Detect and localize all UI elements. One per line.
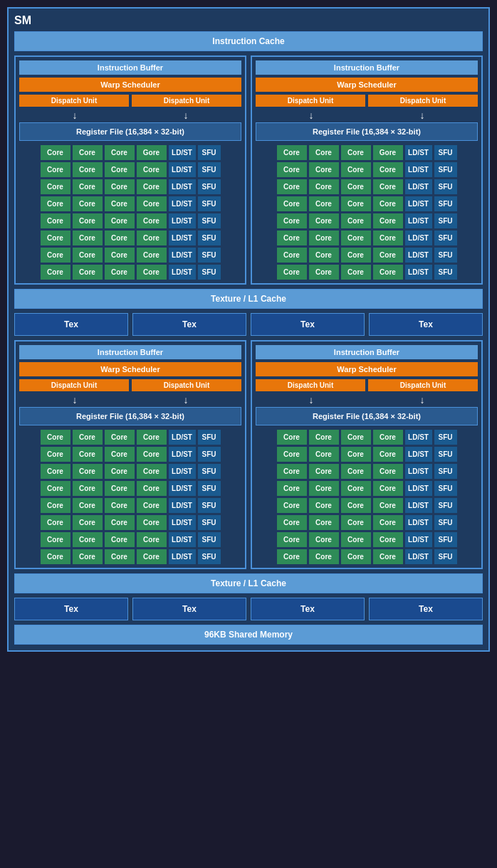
ldst-tr-4: LD/ST [405,196,432,211]
core-row-br-5: Core Core Core Core LD/ST SFU [256,498,478,513]
core-tr-8-4: Core [373,265,403,280]
sfu-tr-6: SFU [434,231,457,245]
core-tl-3-3: Core [105,179,135,194]
core-row-bl-4: Core Core Core Core LD/ST SFU [19,481,241,496]
core-tr-1-2: Core [309,145,339,160]
core-row-tr-6: Core Core Core Core LD/ST SFU [256,231,478,245]
ws-top-left: Warp Scheduler [19,78,241,92]
core-tr-7-1: Core [277,248,307,263]
core-tr-8-2: Core [309,265,339,280]
core-row-tl-7: Core Core Core Core LD/ST SFU [19,248,241,263]
core-br-1-2: Core [309,430,339,445]
ldst-tl-7: LD/ST [169,248,196,263]
core-bl-6-1: Core [41,515,70,530]
tex-bottom-1: Tex [14,598,128,620]
tex-top-3: Tex [251,313,365,336]
core-row-tr-2: Core Core Core Core LD/ST SFU [256,162,478,177]
arrows-tl: ↓ ↓ [19,110,241,121]
core-br-6-2: Core [309,515,339,530]
sfu-br-5: SFU [434,498,457,513]
core-bl-3-3: Core [105,464,135,479]
ldst-tr-7: LD/ST [405,248,432,263]
arrows-tr: ↓ ↓ [256,110,478,121]
core-bl-1-1: Core [41,430,70,445]
core-row-bl-8: Core Core Core Core LD/ST SFU [19,549,241,564]
arrow-tr-1: ↓ [256,110,367,121]
arrow-br-2: ↓ [367,394,478,406]
sfu-tl-6: SFU [198,231,221,245]
core-bl-8-1: Core [41,549,70,564]
ldst-br-7: LD/ST [405,532,432,547]
dispatch-unit-tr-1: Dispatch Unit [256,95,365,107]
core-tl-8-1: Core [41,265,70,280]
sfu-br-1: SFU [434,430,457,445]
core-bl-5-3: Core [105,498,135,513]
core-tr-2-1: Core [277,162,307,177]
cores-grid-bl: Core Core Core Core LD/ST SFU Core Core … [19,430,241,564]
core-tr-7-3: Core [341,248,371,263]
core-tl-3-2: Core [73,179,103,194]
core-br-2-3: Core [341,447,371,462]
core-br-5-1: Core [277,498,307,513]
core-bl-4-4: Core [137,481,167,496]
cores-grid-tr: Core Core Core Gore LD/ST SFU Core Core … [256,145,478,280]
core-row-br-8: Core Core Core Core LD/ST SFU [256,549,478,564]
core-br-4-2: Core [309,481,339,496]
sfu-tr-8: SFU [434,265,457,280]
core-tl-2-3: Core [105,162,135,177]
ws-top-right: Warp Scheduler [256,78,478,92]
core-row-tr-5: Core Core Core Core LD/ST SFU [256,213,478,228]
core-tr-5-4: Core [373,213,403,228]
sfu-tl-2: SFU [198,162,221,177]
ldst-tl-3: LD/ST [169,179,196,194]
core-br-2-4: Core [373,447,403,462]
dispatch-row-top-left: Dispatch Unit Dispatch Unit [19,95,241,107]
core-tr-7-2: Core [309,248,339,263]
core-tl-6-4: Core [137,231,167,245]
dispatch-unit-bl-1: Dispatch Unit [19,379,129,391]
sfu-br-6: SFU [434,515,457,530]
texture-cache-bottom: Texture / L1 Cache [14,573,483,593]
core-row-tr-3: Core Core Core Core LD/ST SFU [256,179,478,194]
reg-file-br: Register File (16,384 × 32-bit) [256,407,478,425]
core-bl-4-1: Core [41,481,70,496]
shared-memory: 96KB Shared Memory [14,625,483,645]
sfu-tl-3: SFU [198,179,221,194]
tex-bottom-3: Tex [251,598,365,620]
ldst-tl-8: LD/ST [169,265,196,280]
core-br-8-3: Core [341,549,371,564]
core-bl-7-3: Core [105,532,135,547]
core-br-3-2: Core [309,464,339,479]
core-row-tl-8: Core Core Core Core LD/ST SFU [19,265,241,280]
ldst-bl-5: LD/ST [169,498,196,513]
core-br-7-4: Core [373,532,403,547]
core-tl-1-4: Gore [137,145,167,160]
core-tr-5-1: Core [277,213,307,228]
sfu-br-2: SFU [434,447,457,462]
core-tr-4-2: Core [309,196,339,211]
core-tl-5-1: Core [41,213,70,228]
bottom-two-col: Instruction Buffer Warp Scheduler Dispat… [14,340,483,569]
ldst-tl-4: LD/ST [169,196,196,211]
core-row-tr-4: Core Core Core Core LD/ST SFU [256,196,478,211]
core-row-br-3: Core Core Core Core LD/ST SFU [256,464,478,479]
core-row-br-2: Core Core Core Core LD/ST SFU [256,447,478,462]
core-bl-2-1: Core [41,447,70,462]
core-tl-3-1: Core [41,179,70,194]
core-br-3-3: Core [341,464,371,479]
sfu-tr-1: SFU [434,145,457,160]
reg-file-tl: Register File (16,384 × 32-bit) [19,122,241,141]
core-br-8-2: Core [309,549,339,564]
core-tr-6-4: Core [373,231,403,245]
core-row-bl-6: Core Core Core Core LD/ST SFU [19,515,241,530]
sfu-bl-8: SFU [198,549,221,564]
sfu-bl-3: SFU [198,464,221,479]
sfu-br-7: SFU [434,532,457,547]
core-br-3-4: Core [373,464,403,479]
instruction-cache: Instruction Cache [14,31,483,51]
ldst-tl-1: LD/ST [169,145,196,160]
core-tl-7-4: Core [137,248,167,263]
core-br-1-1: Core [277,430,307,445]
core-br-6-4: Core [373,515,403,530]
core-br-2-1: Core [277,447,307,462]
